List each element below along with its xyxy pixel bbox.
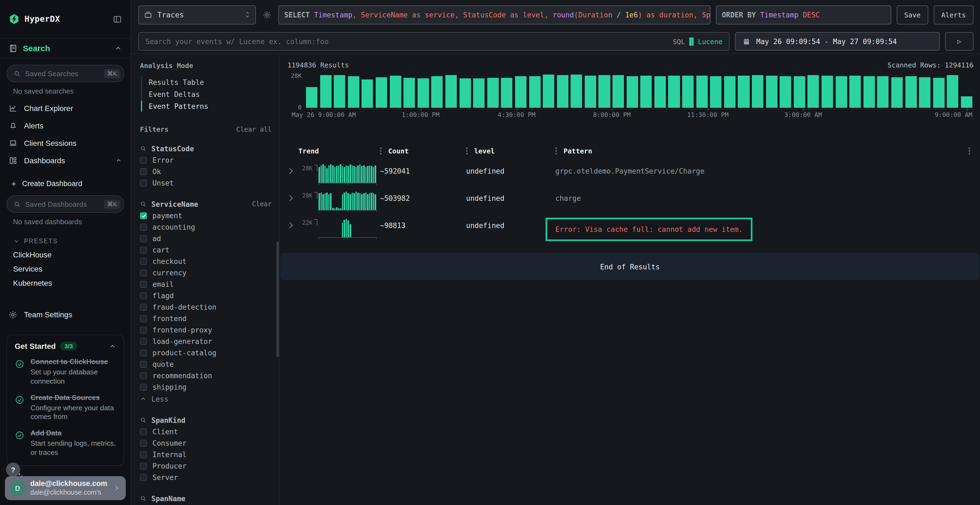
gear-icon[interactable]: [262, 10, 272, 19]
column-header-count[interactable]: Count: [380, 147, 466, 155]
filter-option-ok[interactable]: Ok: [140, 166, 272, 178]
show-less-toggle[interactable]: Less: [140, 393, 272, 405]
saved-searches-input[interactable]: Saved Searches ⌘K: [6, 65, 124, 82]
create-dashboard-button[interactable]: + Create Dashboard: [0, 176, 130, 191]
get-started-item[interactable]: Create Data SourcesConfigure where your …: [15, 393, 116, 422]
filter-option-load-generator[interactable]: load-generator: [140, 336, 272, 347]
filter-option-product-catalog[interactable]: product-catalog: [140, 347, 272, 359]
filter-option-payment[interactable]: payment: [140, 210, 272, 221]
filter-option-flagd[interactable]: flagd: [140, 290, 272, 302]
analysis-mode-event-deltas[interactable]: Event Deltas: [142, 88, 272, 100]
preset-clickhouse[interactable]: ClickHouse: [0, 248, 130, 262]
table-menu-icon[interactable]: [969, 150, 970, 152]
filter-option-cart[interactable]: cart: [140, 245, 272, 256]
analysis-mode-event-patterns[interactable]: Event Patterns: [142, 100, 272, 112]
column-header-trend[interactable]: Trend: [298, 147, 380, 155]
order-by-input[interactable]: ORDER BY Timestamp DESC: [716, 5, 891, 24]
highlighted-error-pattern[interactable]: Error: Visa cache full: cannot add new i…: [546, 218, 753, 241]
sidebar-item-alerts[interactable]: Alerts: [0, 117, 130, 134]
checkbox[interactable]: [140, 179, 147, 187]
filter-option-shipping[interactable]: shipping: [140, 381, 272, 393]
checkbox[interactable]: [140, 440, 147, 447]
filter-option-checkout[interactable]: checkout: [140, 256, 272, 267]
checkbox[interactable]: [140, 384, 147, 391]
column-header-pattern[interactable]: Pattern: [555, 147, 974, 155]
sql-editor-input[interactable]: SELECT Timestamp, ServiceName as service…: [278, 5, 710, 24]
checkbox[interactable]: [140, 428, 147, 435]
filter-option-fraud-detection[interactable]: fraud-detection: [140, 302, 272, 313]
team-settings-button[interactable]: Team Settings: [0, 306, 130, 323]
checkbox[interactable]: [140, 474, 147, 481]
checkbox[interactable]: [140, 304, 147, 311]
expand-row-chevron-icon[interactable]: [288, 164, 298, 173]
checkbox[interactable]: [140, 315, 147, 322]
filter-option-consumer[interactable]: Consumer: [140, 438, 272, 449]
checkbox[interactable]: [140, 269, 147, 276]
event-search-input[interactable]: Search your events w/ Lucene ex. column:…: [138, 32, 730, 51]
get-started-item[interactable]: Connect to ClickHouseSet up your databas…: [15, 357, 116, 386]
filter-option-unset[interactable]: Unset: [140, 178, 272, 189]
checkbox[interactable]: [140, 372, 147, 379]
drag-handle-icon[interactable]: [466, 150, 468, 152]
get-started-item[interactable]: Add DataStart sending logs, metrics, or …: [15, 429, 116, 458]
checkbox[interactable]: [140, 281, 147, 288]
sql-mode-toggle[interactable]: SQL: [673, 37, 685, 45]
checkbox[interactable]: [140, 462, 147, 470]
filter-option-server[interactable]: Server: [140, 472, 272, 483]
drag-handle-icon[interactable]: [555, 150, 557, 152]
column-header-level[interactable]: level: [466, 147, 555, 155]
time-range-picker[interactable]: May 26 09:09:54 - May 27 09:09:54: [735, 32, 940, 51]
help-button[interactable]: ?: [6, 462, 20, 477]
filter-option-ad[interactable]: ad: [140, 233, 272, 245]
checkbox[interactable]: [140, 338, 147, 345]
filter-option-internal[interactable]: Internal: [140, 449, 272, 461]
checkbox[interactable]: [140, 212, 147, 219]
saved-dashboards-input[interactable]: Saved Dashboards ⌘K: [6, 195, 124, 213]
pattern-row[interactable]: 22K~98813undefinedError: Visa cache full…: [288, 219, 974, 241]
collapse-sidebar-icon[interactable]: [113, 14, 122, 24]
sidebar-item-dashboards[interactable]: Dashboards: [0, 152, 130, 169]
sidebar-item-chart-explorer[interactable]: Chart Explorer: [0, 100, 130, 117]
filter-option-client[interactable]: Client: [140, 426, 272, 438]
lucene-mode-toggle[interactable]: Lucene: [698, 37, 722, 45]
checkbox[interactable]: [140, 224, 147, 231]
filter-option-frontend-proxy[interactable]: frontend-proxy: [140, 324, 272, 336]
checkbox[interactable]: [140, 258, 147, 265]
filters-scrollbar[interactable]: [277, 241, 279, 357]
pattern-row[interactable]: 28K~592041undefinedgrpc.oteldemo.Payment…: [288, 164, 974, 184]
results-histogram[interactable]: 28K 0 May 26 9:00:00 AM1:00:00 PM4:30:00…: [288, 74, 974, 118]
expand-row-chevron-icon[interactable]: [288, 192, 298, 200]
checkbox[interactable]: [140, 361, 147, 368]
get-started-header[interactable]: Get Started 3/3: [15, 342, 116, 351]
filter-option-recommendation[interactable]: recommendation: [140, 370, 272, 381]
sidebar-item-client-sessions[interactable]: Client Sessions: [0, 134, 130, 152]
analysis-mode-results-table[interactable]: Results Table: [142, 76, 272, 88]
checkbox[interactable]: [140, 246, 147, 254]
save-button[interactable]: Save: [896, 5, 928, 24]
alerts-button[interactable]: Alerts: [934, 5, 974, 24]
filter-option-email[interactable]: email: [140, 279, 272, 290]
drag-handle-icon[interactable]: [380, 150, 382, 152]
filter-option-error[interactable]: Error: [140, 154, 272, 166]
clear-all-link[interactable]: Clear all: [236, 125, 272, 133]
checkbox[interactable]: [140, 168, 147, 175]
checkbox[interactable]: [140, 451, 147, 458]
chevron-up-icon[interactable]: [115, 157, 122, 164]
checkbox[interactable]: [140, 292, 147, 299]
filter-option-quote[interactable]: quote: [140, 359, 272, 370]
pattern-row[interactable]: 28K~503982undefinedcharge: [288, 192, 974, 212]
chevron-up-icon[interactable]: [109, 343, 116, 349]
source-select[interactable]: Traces: [138, 5, 256, 24]
presets-toggle[interactable]: PRESETS: [0, 235, 130, 248]
filter-option-frontend[interactable]: frontend: [140, 313, 272, 324]
user-menu[interactable]: D dale@clickhouse.com dale@clickhouse.co…: [5, 476, 126, 500]
sidebar-section-search[interactable]: Search: [0, 39, 130, 58]
checkbox[interactable]: [140, 327, 147, 333]
preset-kubernetes[interactable]: Kubernetes: [0, 276, 130, 290]
preset-services[interactable]: Services: [0, 262, 130, 276]
checkbox[interactable]: [140, 235, 147, 242]
checkbox[interactable]: [140, 349, 147, 356]
clear-filter-link[interactable]: Clear: [252, 200, 272, 208]
checkbox[interactable]: [140, 157, 147, 164]
filter-option-producer[interactable]: Producer: [140, 461, 272, 472]
